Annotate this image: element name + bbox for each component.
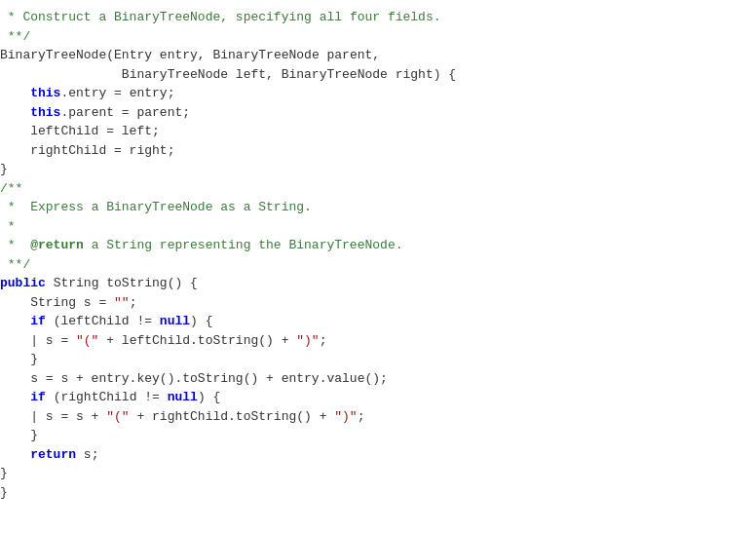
code-line-text: } — [0, 464, 748, 483]
code-line: | s = s + "(" + rightChild.toString() + … — [0, 407, 756, 427]
code-line-text: | s = "(" + leftChild.toString() + ")"; — [0, 331, 748, 351]
code-line: * Express a BinaryTreeNode as a String. — [0, 198, 756, 217]
code-line: BinaryTreeNode(Entry entry, BinaryTreeNo… — [0, 46, 756, 65]
code-line-text: s = s + entry.key().toString() + entry.v… — [0, 369, 748, 389]
code-editor: * Construct a BinaryTreeNode, specifying… — [0, 0, 756, 533]
code-line-text: this.parent = parent; — [0, 103, 748, 123]
code-line-text: * Express a BinaryTreeNode as a String. — [0, 198, 748, 217]
code-line: rightChild = right; — [0, 141, 756, 161]
code-line: if (leftChild != null) { — [0, 312, 756, 331]
code-line-text: public String toString() { — [0, 274, 748, 293]
code-line-text: **/ — [0, 27, 748, 47]
code-line-text: BinaryTreeNode left, BinaryTreeNode righ… — [0, 65, 748, 85]
code-line-text: } — [0, 160, 748, 179]
code-line-text: | s = s + "(" + rightChild.toString() + … — [0, 407, 748, 427]
code-line: String s = ""; — [0, 293, 756, 313]
code-line-text: if (rightChild != null) { — [0, 388, 748, 407]
code-line: * @return a String representing the Bina… — [0, 236, 756, 255]
code-line: leftChild = left; — [0, 122, 756, 141]
code-line: **/ — [0, 255, 756, 275]
code-line: | s = "(" + leftChild.toString() + ")"; — [0, 331, 756, 351]
code-line: s = s + entry.key().toString() + entry.v… — [0, 369, 756, 389]
code-line-text: } — [0, 426, 748, 445]
code-line: } — [0, 464, 756, 483]
code-line-text: return s; — [0, 445, 748, 465]
code-line-text: /** — [0, 179, 748, 199]
code-line-text: **/ — [0, 255, 748, 275]
code-line: this.parent = parent; — [0, 103, 756, 123]
code-line-text: if (leftChild != null) { — [0, 312, 748, 331]
code-line: BinaryTreeNode left, BinaryTreeNode righ… — [0, 65, 756, 85]
code-line-text: * Construct a BinaryTreeNode, specifying… — [0, 8, 748, 27]
code-line-text: rightChild = right; — [0, 141, 748, 161]
code-line: } — [0, 483, 756, 503]
code-line-text: } — [0, 483, 748, 503]
code-line: * — [0, 217, 756, 237]
code-line-text: BinaryTreeNode(Entry entry, BinaryTreeNo… — [0, 46, 748, 65]
code-line: if (rightChild != null) { — [0, 388, 756, 407]
code-line: this.entry = entry; — [0, 84, 756, 103]
code-content: * Construct a BinaryTreeNode, specifying… — [0, 8, 756, 502]
code-line-text: } — [0, 350, 748, 369]
code-line-text: * @return a String representing the Bina… — [0, 236, 748, 255]
code-line: /** — [0, 179, 756, 199]
code-line-text: this.entry = entry; — [0, 84, 748, 103]
code-line: * Construct a BinaryTreeNode, specifying… — [0, 8, 756, 27]
code-line-text: * — [0, 217, 748, 237]
code-line: } — [0, 350, 756, 369]
code-line-text: leftChild = left; — [0, 122, 748, 141]
code-line: public String toString() { — [0, 274, 756, 293]
code-line: return s; — [0, 445, 756, 465]
code-line: } — [0, 160, 756, 179]
code-line-text: String s = ""; — [0, 293, 748, 313]
code-line: **/ — [0, 27, 756, 47]
code-line: } — [0, 426, 756, 445]
